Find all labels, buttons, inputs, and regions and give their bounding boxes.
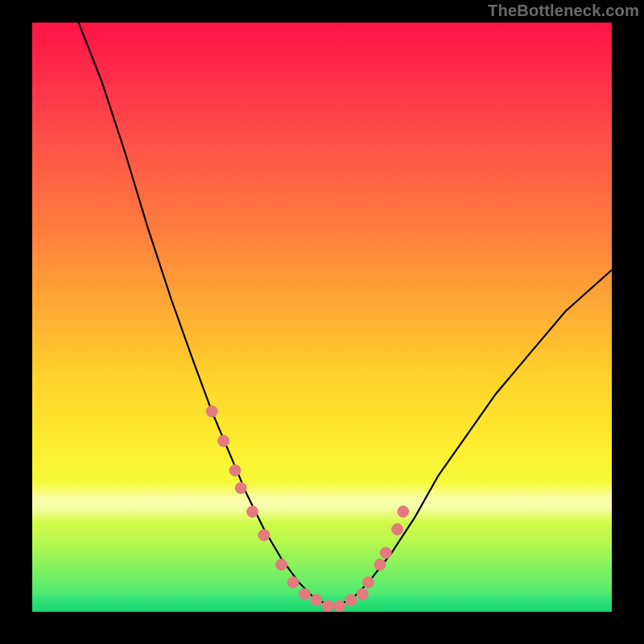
plot-area <box>32 23 612 612</box>
curve-marker <box>299 588 310 600</box>
curve-marker <box>322 601 333 612</box>
curve-marker <box>218 436 229 447</box>
curve-marker <box>380 547 391 559</box>
chart-frame: TheBottleneck.com <box>0 0 644 644</box>
curve-marker <box>258 530 270 541</box>
curve-marker <box>363 576 374 588</box>
curve-marker <box>374 559 386 570</box>
watermark-text: TheBottleneck.com <box>488 2 639 20</box>
curve-marker <box>247 506 258 518</box>
curve-marker <box>287 576 299 588</box>
curve-marker <box>229 464 241 476</box>
curve-marker <box>334 601 345 612</box>
curve-marker <box>357 588 368 600</box>
curve-marker <box>392 524 403 535</box>
curve-markers <box>206 406 409 612</box>
curve-marker <box>276 559 287 570</box>
bottleneck-curve <box>79 23 612 606</box>
curve-marker <box>235 482 246 493</box>
curve-marker <box>206 406 217 417</box>
curve-marker <box>398 506 409 518</box>
curve-marker <box>345 594 357 605</box>
curve-svg <box>32 23 612 612</box>
curve-marker <box>311 594 322 605</box>
